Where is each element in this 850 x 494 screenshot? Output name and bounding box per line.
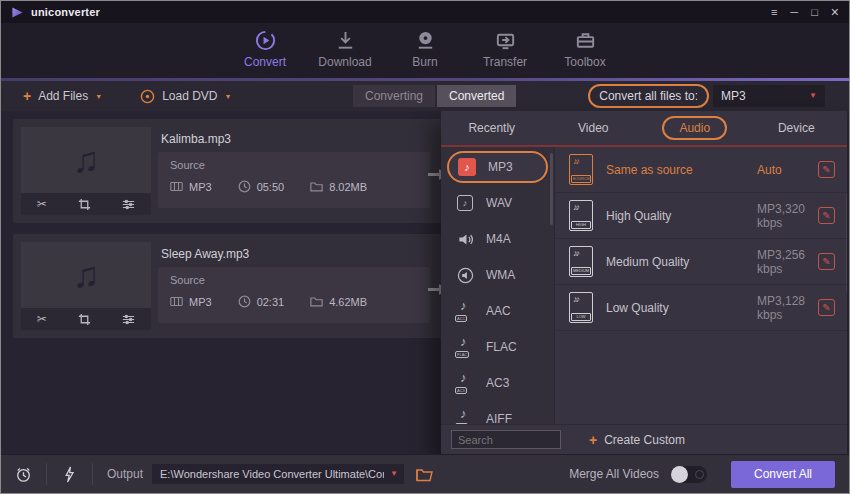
trim-icon[interactable]: ✂ bbox=[37, 313, 47, 325]
close-icon[interactable]: × bbox=[831, 5, 839, 19]
tab-toolbox[interactable]: Toolbox bbox=[551, 27, 619, 69]
quality-high[interactable]: ♪♪HIGH High Quality MP3,320 kbps ✎ bbox=[555, 193, 847, 239]
crop-icon[interactable] bbox=[78, 313, 91, 326]
minimize-icon[interactable]: ─ bbox=[790, 7, 798, 18]
format-item-aac[interactable]: ♪ACC AAC bbox=[441, 293, 554, 329]
file-name: Kalimba.mp3 bbox=[161, 132, 231, 146]
output-format-dropdown[interactable]: MP3 ▼ bbox=[713, 85, 825, 107]
tab-transfer[interactable]: Transfer bbox=[471, 27, 539, 69]
merge-toggle[interactable] bbox=[671, 466, 707, 483]
maximize-icon[interactable]: □ bbox=[811, 7, 818, 18]
toggle-off-ring bbox=[695, 470, 704, 479]
format-meta: MP3 bbox=[170, 295, 212, 308]
size-meta: 4.62MB bbox=[310, 295, 367, 308]
quality-medium[interactable]: ♪♪MEDIUM Medium Quality MP3,256 kbps ✎ bbox=[555, 239, 847, 285]
aac-note-icon: ♪ACC bbox=[455, 300, 475, 322]
app-logo-icon bbox=[11, 6, 24, 19]
convert-all-button[interactable]: Convert All bbox=[731, 461, 835, 488]
tab-convert[interactable]: Convert bbox=[231, 27, 299, 69]
clock-icon bbox=[238, 295, 251, 308]
edit-preset-icon[interactable]: ✎ bbox=[818, 207, 835, 224]
create-custom-button[interactable]: + Create Custom bbox=[589, 433, 685, 447]
format-list: ♪ MP3 ♪ WAV M4A bbox=[441, 147, 555, 424]
converting-tab[interactable]: Converting bbox=[353, 85, 435, 107]
format-item-wav[interactable]: ♪ WAV bbox=[441, 185, 554, 221]
source-label: Source bbox=[170, 159, 418, 171]
quality-list-scrollbar[interactable] bbox=[846, 193, 847, 293]
format-item-m4a[interactable]: M4A bbox=[441, 221, 554, 257]
edit-preset-icon[interactable]: ✎ bbox=[818, 253, 835, 270]
file-thumbnail: ♫ ✂ bbox=[21, 242, 151, 330]
folder-icon bbox=[310, 180, 323, 193]
tab-download[interactable]: Download bbox=[311, 27, 379, 69]
folder-icon bbox=[310, 295, 323, 308]
size-meta: 8.02MB bbox=[310, 180, 367, 193]
output-label: Output bbox=[107, 467, 143, 481]
transfer-icon bbox=[494, 29, 517, 52]
format-icon bbox=[170, 180, 183, 193]
plus-icon: + bbox=[589, 433, 597, 447]
download-icon bbox=[334, 29, 357, 52]
search-input[interactable] bbox=[451, 430, 561, 449]
ac3-note-icon: ♪AC3 bbox=[455, 372, 475, 394]
trim-icon[interactable]: ✂ bbox=[37, 198, 47, 210]
divider bbox=[46, 463, 47, 485]
high-speed-icon[interactable] bbox=[61, 466, 78, 483]
medium-preset-icon: ♪♪MEDIUM bbox=[569, 246, 593, 277]
output-path-field-wrap: ▼ bbox=[152, 464, 404, 484]
format-list-scrollbar[interactable] bbox=[550, 153, 553, 225]
effects-icon[interactable] bbox=[122, 313, 135, 326]
edit-preset-icon[interactable]: ✎ bbox=[818, 161, 835, 178]
toolbar: + Add Files ▼ Load DVD ▼ Converting Conv… bbox=[1, 81, 849, 111]
chevron-down-icon[interactable]: ▼ bbox=[225, 93, 232, 100]
panel-tab-device[interactable]: Device bbox=[746, 121, 848, 135]
format-item-ac3[interactable]: ♪AC3 AC3 bbox=[441, 365, 554, 401]
music-note-icon: ♫ bbox=[73, 254, 100, 296]
converted-tab[interactable]: Converted bbox=[437, 85, 516, 107]
open-output-folder-button[interactable] bbox=[416, 467, 433, 482]
panel-tab-recently[interactable]: Recently bbox=[441, 121, 543, 135]
wav-note-icon: ♪ bbox=[457, 195, 473, 211]
format-item-wma[interactable]: WMA bbox=[441, 257, 554, 293]
bottombar: Output ▼ Merge All Videos Convert All bbox=[1, 454, 849, 493]
format-item-mp3[interactable]: ♪ MP3 bbox=[447, 151, 548, 183]
app-window: uniconverter ≡ ─ □ × Convert Download bbox=[0, 0, 850, 494]
load-dvd-button[interactable]: Load DVD ▼ bbox=[140, 89, 231, 104]
divider bbox=[92, 463, 93, 485]
file-name: Sleep Away.mp3 bbox=[161, 247, 249, 261]
tab-burn[interactable]: Burn bbox=[391, 27, 459, 69]
panel-tab-audio[interactable]: Audio bbox=[644, 116, 746, 140]
chevron-down-icon[interactable]: ▼ bbox=[95, 93, 102, 100]
crop-icon[interactable] bbox=[78, 198, 91, 211]
format-item-aiff[interactable]: ♪AIFF AIFF bbox=[441, 401, 554, 424]
file-thumbnail: ♫ ✂ bbox=[21, 127, 151, 215]
add-files-button[interactable]: + Add Files ▼ bbox=[23, 89, 102, 103]
effects-icon[interactable] bbox=[122, 198, 135, 211]
window-menu-icon[interactable]: ≡ bbox=[771, 7, 777, 18]
format-picker-panel: Recently Video Audio Device ♪ MP3 ♪ WAV bbox=[441, 111, 847, 454]
duration-meta: 05:50 bbox=[238, 180, 285, 193]
mp3-note-icon: ♪ bbox=[458, 158, 476, 176]
toolbox-icon bbox=[574, 29, 597, 52]
quality-low[interactable]: ♪♪LOW Low Quality MP3,128 kbps ✎ bbox=[555, 285, 847, 331]
low-preset-icon: ♪♪LOW bbox=[569, 292, 593, 323]
burn-disc-icon bbox=[414, 29, 437, 52]
edit-preset-icon[interactable]: ✎ bbox=[818, 299, 835, 316]
merge-all-videos-label: Merge All Videos bbox=[569, 467, 659, 481]
schedule-icon[interactable] bbox=[15, 466, 32, 483]
output-path-input[interactable] bbox=[152, 464, 404, 484]
quality-same-as-source[interactable]: ♪♪SOURCE Same as source Auto ✎ bbox=[555, 147, 847, 193]
titlebar: uniconverter ≡ ─ □ × bbox=[1, 1, 849, 23]
duration-meta: 02:31 bbox=[238, 295, 285, 308]
file-row-sleep-away[interactable]: ♫ ✂ Sleep Away.mp3 Source bbox=[13, 234, 449, 338]
panel-tab-video[interactable]: Video bbox=[543, 121, 645, 135]
clock-icon bbox=[238, 180, 251, 193]
source-preset-icon: ♪♪SOURCE bbox=[569, 154, 593, 185]
chevron-down-icon[interactable]: ▼ bbox=[390, 470, 398, 478]
convert-icon bbox=[254, 29, 277, 52]
file-row-kalimba[interactable]: ♫ ✂ Kalimba.mp3 Source bbox=[13, 119, 449, 223]
chevron-down-icon: ▼ bbox=[809, 92, 817, 100]
plus-icon: + bbox=[23, 89, 31, 103]
format-item-flac[interactable]: ♪FLAC FLAC bbox=[441, 329, 554, 365]
aiff-note-icon: ♪AIFF bbox=[455, 408, 475, 424]
